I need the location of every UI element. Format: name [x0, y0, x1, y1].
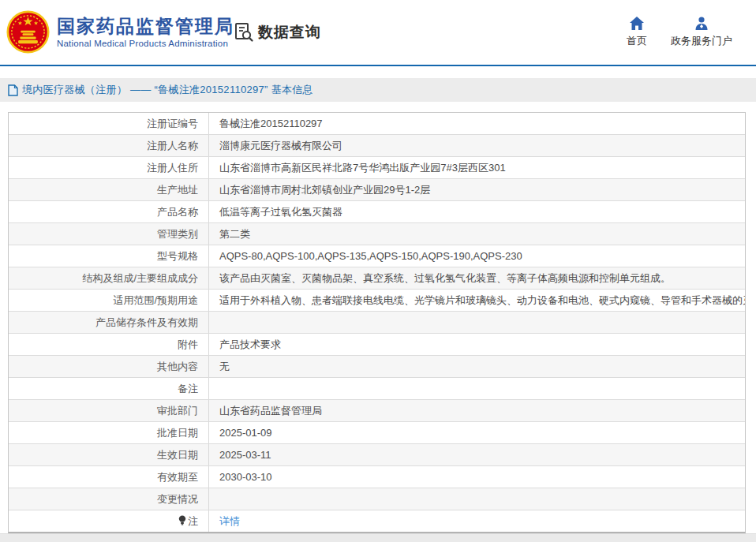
row-label: 注册人名称: [9, 135, 208, 156]
data-query-icon: [233, 21, 254, 43]
row-label: 生产地址: [9, 179, 208, 200]
nav-gov-portal[interactable]: 政务服务门户: [671, 17, 732, 48]
row-value: [208, 378, 745, 399]
row-label: 备注: [9, 378, 208, 399]
nav-gov-portal-label: 政务服务门户: [671, 34, 732, 48]
table-row: 注册人住所 山东省淄博市高新区民祥北路7号华鸿出版产业园7#3层西区301: [9, 157, 745, 179]
site-header: 国家药品监督管理局 National Medical Products Admi…: [0, 0, 756, 66]
row-label: 附件: [9, 334, 208, 355]
table-row: 结构及组成/主要组成成分 该产品由灭菌室、灭菌物品架、真空系统、过氧化氢气化装置…: [9, 267, 745, 290]
row-label: 型号规格: [9, 245, 208, 267]
table-row: 产品名称 低温等离子过氧化氢灭菌器: [9, 201, 745, 223]
data-query-label: 数据查询: [258, 22, 321, 43]
table-row: 管理类别 第二类: [9, 223, 745, 245]
row-label: 批准日期: [9, 422, 208, 443]
row-label: 产品储存条件及有效期: [9, 312, 208, 333]
note-label: 注: [188, 515, 198, 527]
document-icon: [8, 84, 18, 96]
table-row: 生产地址 山东省淄博市周村北郊镇创业产业园29号1-2层: [9, 179, 745, 201]
row-value: 山东省药品监督管理局: [208, 400, 745, 421]
user-icon: [694, 17, 709, 30]
org-name-cn: 国家药品监督管理局: [57, 16, 234, 36]
row-label: 产品名称: [9, 201, 208, 222]
table-row: 适用范围/预期用途 适用于外科植入物、患者端联接电线电缆、光学镜片和玻璃镜头、动…: [9, 290, 745, 312]
row-label: 注册人住所: [9, 157, 208, 178]
row-value: 适用于外科植入物、患者端联接电线电缆、光学镜片和玻璃镜头、动力设备和电池、硬式内…: [208, 290, 745, 311]
footer-strip: [0, 533, 756, 542]
nmpa-logo[interactable]: 国家药品监督管理局 National Medical Products Admi…: [6, 10, 234, 54]
table-row: 变更情况: [9, 488, 745, 510]
table-row-note: 注 详情: [9, 510, 745, 532]
row-value: 2025-01-09: [208, 422, 745, 443]
row-label: 注册证编号: [9, 113, 208, 134]
row-value: 山东省淄博市高新区民祥北路7号华鸿出版产业园7#3层西区301: [208, 157, 745, 178]
nav-home-label: 首页: [627, 34, 647, 48]
table-row: 产品储存条件及有效期: [9, 312, 745, 334]
table-row: 有效期至 2030-03-10: [9, 466, 745, 488]
row-label: 变更情况: [9, 488, 208, 510]
table-row: 注册人名称 淄博康元医疗器械有限公司: [9, 135, 745, 157]
national-emblem-icon: [6, 10, 50, 54]
table-row: 注册证编号 鲁械注准20152110297: [9, 113, 745, 135]
row-value: 低温等离子过氧化氢灭菌器: [208, 201, 745, 222]
row-label: 管理类别: [9, 223, 208, 245]
row-label: 结构及组成/主要组成成分: [9, 267, 208, 289]
bulb-icon: [178, 515, 186, 525]
details-link[interactable]: 详情: [219, 515, 240, 527]
org-name-en: National Medical Products Administration: [57, 39, 234, 48]
data-query-link[interactable]: 数据查询: [233, 21, 321, 43]
breadcrumb: 境内医疗器械（注册） —— “鲁械注准20152110297” 基本信息: [0, 78, 756, 102]
nav-home[interactable]: 首页: [627, 17, 647, 48]
row-value: 详情: [208, 510, 745, 532]
table-row: 生效日期 2025-03-11: [9, 444, 745, 466]
table-row: 其他内容 无: [9, 356, 745, 378]
row-value: 第二类: [208, 223, 745, 245]
row-label: 生效日期: [9, 444, 208, 465]
row-value: [208, 488, 745, 510]
table-row: 型号规格 AQPS-80,AQPS-100,AQPS-135,AQPS-150,…: [9, 245, 745, 267]
row-value: 淄博康元医疗器械有限公司: [208, 135, 745, 156]
page: 国家药品监督管理局 National Medical Products Admi…: [0, 0, 756, 542]
row-value: AQPS-80,AQPS-100,AQPS-135,AQPS-150,AQPS-…: [208, 245, 745, 267]
header-nav: 首页 政务服务门户: [627, 17, 732, 48]
registration-info-table: 注册证编号 鲁械注准20152110297 注册人名称 淄博康元医疗器械有限公司…: [8, 112, 746, 533]
row-value: 山东省淄博市周村北郊镇创业产业园29号1-2层: [208, 179, 745, 200]
row-label: 其他内容: [9, 356, 208, 377]
table-row: 审批部门 山东省药品监督管理局: [9, 400, 745, 422]
table-row: 附件 产品技术要求: [9, 334, 745, 356]
row-label: 审批部门: [9, 400, 208, 421]
row-label: 适用范围/预期用途: [9, 290, 208, 311]
row-value: 该产品由灭菌室、灭菌物品架、真空系统、过氧化氢气化装置、等离子体高频电源和控制单…: [208, 267, 745, 289]
breadcrumb-text: 境内医疗器械（注册） —— “鲁械注准20152110297” 基本信息: [22, 83, 313, 97]
home-icon: [630, 17, 644, 30]
row-value: 无: [208, 356, 745, 377]
row-value: 2025-03-11: [208, 444, 745, 465]
row-value: 产品技术要求: [208, 334, 745, 355]
row-label: 有效期至: [9, 466, 208, 488]
table-row: 批准日期 2025-01-09: [9, 422, 745, 444]
brand-text: 国家药品监督管理局 National Medical Products Admi…: [57, 16, 234, 48]
row-value: 2030-03-10: [208, 466, 745, 488]
row-label: 注: [9, 510, 208, 532]
table-row: 备注: [9, 378, 745, 400]
row-value: [208, 312, 745, 333]
row-value: 鲁械注准20152110297: [208, 113, 745, 134]
